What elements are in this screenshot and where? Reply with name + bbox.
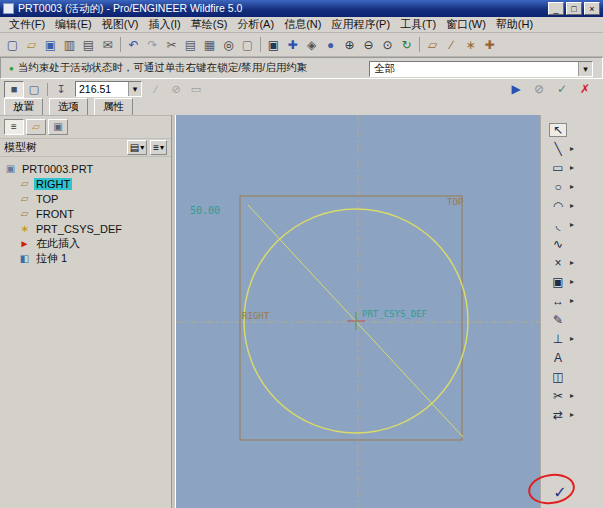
use-edge-tool[interactable]: ▣ ▸ [541,272,603,291]
flyout-arrow-icon[interactable]: ▸ [567,144,577,153]
spin-center-button[interactable]: ✚ [283,35,302,54]
datum-planes-toggle[interactable]: ▱ [423,35,442,54]
cut-button[interactable]: ✂ [162,35,181,54]
menu-item[interactable]: 分析(A) [232,16,279,33]
depth-option-button[interactable]: ↧ [51,81,71,98]
flyout-arrow-icon[interactable]: ▸ [567,258,577,267]
model-tree-tab[interactable]: ≡ [4,119,24,135]
point-tool[interactable]: × ▸ [541,253,603,272]
menu-item[interactable]: 应用程序(P) [326,16,395,33]
print-button[interactable]: ▥ [60,35,79,54]
solid-toggle[interactable]: ■ [4,81,24,98]
menu-item[interactable]: 草绘(S) [186,16,233,33]
flyout-arrow-icon[interactable]: ▸ [567,277,577,286]
saved-views-button[interactable]: ◈ [302,35,321,54]
tree-settings-button[interactable]: ≡ ▾ [150,140,167,155]
depth-value-input[interactable] [76,82,128,96]
tree-item-right-plane[interactable]: ▱ RIGHT [0,176,171,191]
maximize-button[interactable]: □ [566,2,582,15]
text-tool[interactable]: A [541,348,603,367]
chevron-down-icon[interactable]: ▾ [578,62,592,76]
zoom-in-button[interactable]: ⊕ [340,35,359,54]
folder-browser-tab[interactable]: ▱ [26,119,46,135]
fillet-tool[interactable]: ◟ ▸ [541,215,603,234]
datum-axes-toggle[interactable]: ∕ [442,35,461,54]
constraint-tool[interactable]: ⊥ ▸ [541,329,603,348]
flyout-arrow-icon[interactable]: ▸ [567,220,577,229]
constraint-filter-combo[interactable]: 全部 ▾ [369,61,593,77]
palette-tool[interactable]: ◫ [541,367,603,386]
tree-item-insert-here[interactable]: ► 在此插入 [0,236,171,251]
csys-display-toggle[interactable]: ✚ [480,35,499,54]
select-tool[interactable]: ↖ [541,120,603,139]
email-button[interactable]: ✉ [98,35,117,54]
resume-button[interactable]: ▶ [506,80,526,97]
remove-material-button[interactable]: ⊘ [166,81,186,98]
flyout-arrow-icon[interactable]: ▸ [567,391,577,400]
flyout-arrow-icon[interactable]: ▸ [567,410,577,419]
flip-direction-button[interactable]: ∕ [146,81,166,98]
menu-item[interactable]: 窗口(W) [441,16,491,33]
menu-item[interactable]: 文件(F) [4,16,50,33]
model-display-button[interactable]: ▣ [264,35,283,54]
tree-item-extrude[interactable]: ◧ 拉伸 1 [0,251,171,266]
menu-item[interactable]: 帮助(H) [491,16,538,33]
dashboard-tab[interactable]: 属性 [94,98,133,116]
right-plane-label[interactable]: RIGHT [242,311,270,321]
zoom-out-button[interactable]: ⊖ [359,35,378,54]
dashboard-tab[interactable]: 选项 [49,98,88,116]
datum-points-toggle[interactable]: ∗ [461,35,480,54]
apply-button[interactable]: ✓ [552,80,572,97]
menu-item[interactable]: 工具(T) [395,16,441,33]
line-tool[interactable]: ╲ ▸ [541,139,603,158]
flyout-arrow-icon[interactable]: ▸ [567,163,577,172]
save-button[interactable]: ▣ [41,35,60,54]
dashboard-tab[interactable]: 放置 [4,98,43,116]
save-copy-button[interactable]: ▤ [79,35,98,54]
cancel-button[interactable]: ✗ [575,80,595,97]
surface-toggle[interactable]: ▢ [24,81,44,98]
flyout-arrow-icon[interactable]: ▸ [567,334,577,343]
csys-label[interactable]: PRT_CSYS_DEF [362,309,427,319]
rectangle-tool[interactable]: ▭ ▸ [541,158,603,177]
menu-item[interactable]: 信息(N) [279,16,326,33]
paste-button[interactable]: ▦ [200,35,219,54]
close-button[interactable]: × [584,2,600,15]
dimension-value-label[interactable]: 50.00 [190,205,220,216]
menu-item[interactable]: 插入(I) [143,16,185,33]
undo-button[interactable]: ↶ [124,35,143,54]
tree-item-csys[interactable]: ∗ PRT_CSYS_DEF [0,221,171,236]
depth-value-field[interactable]: ▾ [75,81,142,97]
select-filter-button[interactable]: ▢ [238,35,257,54]
sketch-done-button[interactable]: ✓ [546,482,574,502]
spline-tool[interactable]: ∿ [541,234,603,253]
thicken-sketch-button[interactable]: ▭ [186,81,206,98]
dimension-tool[interactable]: ↔ ▸ [541,291,603,310]
flyout-arrow-icon[interactable]: ▸ [567,201,577,210]
redo-button[interactable]: ↷ [143,35,162,54]
shade-button[interactable]: ● [321,35,340,54]
refit-button[interactable]: ⊙ [378,35,397,54]
favorites-tab[interactable]: ▣ [48,119,68,135]
preview-button[interactable]: ⊘ [529,80,549,97]
new-file-button[interactable]: ▢ [3,35,22,54]
arc-tool[interactable]: ◠ ▸ [541,196,603,215]
trim-tool[interactable]: ✂ ▸ [541,386,603,405]
top-plane-label[interactable]: TOP [447,197,464,207]
open-file-button[interactable]: ▱ [22,35,41,54]
menu-item[interactable]: 编辑(E) [50,16,97,33]
flyout-arrow-icon[interactable]: ▸ [567,296,577,305]
modify-tool[interactable]: ✎ [541,310,603,329]
tree-item-front-plane[interactable]: ▱ FRONT [0,206,171,221]
minimize-button[interactable]: _ [548,2,564,15]
graphics-area[interactable]: 50.00 TOP RIGHT PRT_CSYS_DEF [176,115,540,508]
repaint-button[interactable]: ↻ [397,35,416,54]
chevron-down-icon[interactable]: ▾ [128,82,141,96]
mirror-tool[interactable]: ⇄ ▸ [541,405,603,424]
copy-button[interactable]: ▤ [181,35,200,54]
menu-item[interactable]: 视图(V) [97,16,144,33]
tree-item-part[interactable]: ▣ PRT0003.PRT [0,161,171,176]
circle-tool[interactable]: ○ ▸ [541,177,603,196]
search-button[interactable]: ◎ [219,35,238,54]
flyout-arrow-icon[interactable]: ▸ [567,182,577,191]
